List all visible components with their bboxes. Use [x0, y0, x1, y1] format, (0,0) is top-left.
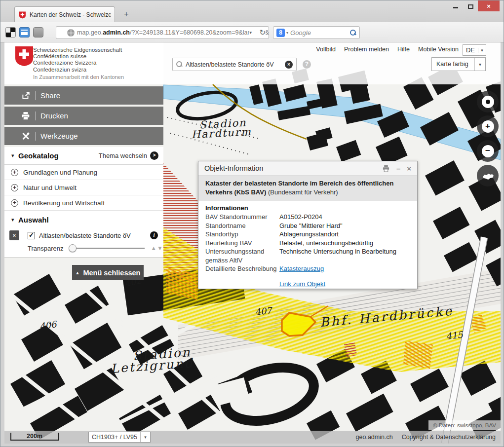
popup-header[interactable]: Objekt-Information – ×: [198, 161, 417, 176]
close-popup-icon[interactable]: ×: [407, 165, 411, 172]
category-natur[interactable]: + Natur und Umwelt: [4, 180, 163, 195]
plus-icon: +: [482, 120, 494, 133]
remove-layer-button[interactable]: ×: [9, 230, 19, 240]
share-icon: [21, 91, 30, 100]
language-select[interactable]: DE ▾: [463, 44, 486, 56]
popup-title: Objekt-Information: [204, 164, 263, 172]
link-mobile-version[interactable]: Mobile Version: [418, 46, 459, 53]
minimize-button[interactable]: [448, 0, 463, 11]
search-input[interactable]: [186, 61, 282, 68]
title-bar: Karten der Schweiz - Schweize... + ×: [0, 0, 504, 22]
extension-icon-2[interactable]: [19, 27, 30, 37]
popup-source: Kataster der belasteten Standorte im Ber…: [198, 176, 417, 201]
projection-select[interactable]: CH1903+ / LV95 ▾: [88, 432, 151, 443]
slider-knob[interactable]: [69, 244, 77, 252]
maximize-button[interactable]: [463, 0, 478, 11]
expand-plus-icon: +: [11, 199, 18, 207]
layer-info-icon[interactable]: i: [150, 231, 158, 239]
search-help-icon[interactable]: ?: [303, 60, 311, 69]
print-icon[interactable]: [382, 165, 390, 172]
zoom-in-button[interactable]: +: [477, 115, 499, 137]
copyright-link[interactable]: Copyright & Datenschutzerklärung: [402, 434, 496, 441]
sidebar-item-share[interactable]: Share: [4, 86, 163, 105]
close-menu-button[interactable]: ▲ Menü schliessen: [72, 265, 144, 280]
object-information-popup: Objekt-Information – × Kataster der bela…: [198, 161, 418, 289]
url-dropdown-icon[interactable]: ▾: [249, 30, 255, 35]
info-row: Detaillierte BeschreibungKatasterauszug: [205, 264, 410, 273]
map-attribution[interactable]: © Daten: swisstopo, BAV: [428, 420, 501, 430]
confederation-logo: Schweizerische Eidgenossenschaft Confédé…: [4, 42, 163, 84]
tools-icon: [21, 132, 30, 141]
triangle-down-icon: ▾: [11, 217, 18, 223]
change-theme-button[interactable]: Thema wechseln >: [99, 151, 158, 160]
info-row: Untersuchungsstand gemäss AltlVTechnisch…: [205, 247, 410, 264]
search-placeholder: Google: [290, 29, 350, 37]
link-hilfe[interactable]: Hilfe: [397, 46, 410, 53]
new-tab-button[interactable]: +: [120, 9, 132, 20]
default-extent-button[interactable]: [477, 165, 499, 186]
swiss-favicon-icon: [19, 11, 26, 19]
layer-checkbox[interactable]: ✓: [28, 232, 35, 239]
search-engine-dropdown-icon[interactable]: ▾: [286, 31, 288, 35]
sidebar: Share Drucken Werkzeuge ▾ Geokatalog The…: [4, 86, 163, 258]
reload-button[interactable]: ↻: [259, 28, 266, 37]
browser-tab[interactable]: Karten der Schweiz - Schweize...: [14, 6, 115, 22]
popup-body: Informationen BAV StandortnummerA01502-P…: [198, 201, 417, 292]
expand-plus-icon: +: [11, 184, 18, 191]
info-row: Beurteilung BAVBelastet, untersuchungsbe…: [205, 239, 410, 248]
clear-search-icon[interactable]: ×: [285, 61, 293, 69]
object-link[interactable]: Link zum Objekt: [279, 280, 325, 289]
info-row: StandortnameGrube "Mittlerer Hard": [205, 222, 410, 230]
expand-plus-icon: +: [11, 169, 18, 176]
cooperation-note: In Zusammenarbeit mit den Kantonen: [33, 74, 124, 80]
search-icon[interactable]: [350, 30, 356, 36]
maximize-icon: [468, 4, 473, 9]
map-style-select[interactable]: Karte farbig ▾: [431, 57, 486, 71]
geo-search-field[interactable]: ×: [172, 58, 297, 71]
close-button[interactable]: ×: [478, 0, 500, 11]
selection-header[interactable]: ▾ Auswahl: [4, 211, 163, 228]
extension-icon-3[interactable]: [33, 27, 43, 37]
bottom-bar: 200m CH1903+ / LV95 ▾ geo.admin.ch Copyr…: [4, 431, 501, 444]
category-grundlagen[interactable]: + Grundlagen und Planung: [4, 165, 163, 180]
elevation-407: 407: [254, 305, 273, 317]
page-content: Stadion Hardturm Bhf. Hardbrücke Stadion…: [4, 42, 501, 444]
printer-icon: [21, 112, 30, 120]
layer-order-arrows[interactable]: ▲▼: [151, 245, 163, 252]
locate-icon: [486, 100, 490, 104]
extension-icon-1[interactable]: [5, 27, 16, 37]
transparency-row: Transparenz ▲▼: [4, 242, 163, 257]
link-problem-melden[interactable]: Problem melden: [344, 46, 389, 53]
site-header: Schweizerische Eidgenossenschaft Confédé…: [4, 42, 501, 84]
browser-search-box[interactable]: 8 ▾ Google: [273, 26, 360, 39]
category-bevoelkerung[interactable]: + Bevölkerung und Wirtschaft: [4, 195, 163, 211]
url-bar[interactable]: map.geo.admin.ch/?X=249138.11&Y=680698.2…: [56, 26, 269, 39]
minus-icon: −: [482, 145, 494, 157]
header-links: Vollbild Problem melden Hilfe Mobile Ver…: [236, 46, 459, 53]
transparency-label: Transparenz: [28, 245, 64, 252]
geolocate-button[interactable]: [477, 91, 499, 112]
globe-icon: [67, 29, 75, 37]
navigation-toolbar: ← map.geo.admin.ch/?X=249138.11&Y=680698…: [0, 22, 504, 42]
search-icon: [176, 61, 183, 68]
transparency-slider[interactable]: [69, 244, 145, 252]
triangle-down-icon: ▾: [11, 152, 18, 159]
confederation-text: Schweizerische Eidgenossenschaft Confédé…: [33, 47, 122, 73]
zoom-out-button[interactable]: −: [477, 140, 499, 162]
minimize-popup-icon[interactable]: –: [396, 165, 400, 172]
url-text: map.geo.admin.ch/?X=249138.11&Y=680698.2…: [77, 29, 269, 36]
tab-title: Karten der Schweiz - Schweize...: [30, 11, 111, 18]
geocatalog-header[interactable]: ▾ Geokatalog Thema wechseln >: [4, 147, 163, 165]
site-link[interactable]: geo.admin.ch: [356, 434, 393, 441]
sidebar-item-tools[interactable]: Werkzeuge: [4, 127, 163, 145]
browser-window: Karten der Schweiz - Schweize... + × ← m…: [0, 0, 504, 447]
geocatalog-panel: ▾ Geokatalog Thema wechseln > + Grundlag…: [4, 147, 163, 258]
link-vollbild[interactable]: Vollbild: [316, 46, 336, 53]
info-row: BAV StandortnummerA01502-P0204: [205, 213, 410, 222]
sidebar-item-print[interactable]: Drucken: [4, 107, 163, 125]
switzerland-icon: [481, 171, 495, 181]
triangle-up-icon: ▲: [76, 270, 80, 275]
chevron-down-icon: ▾: [474, 58, 485, 71]
section-title: Informationen: [205, 204, 410, 212]
katasterauszug-link[interactable]: Katasterauszug: [279, 264, 324, 273]
